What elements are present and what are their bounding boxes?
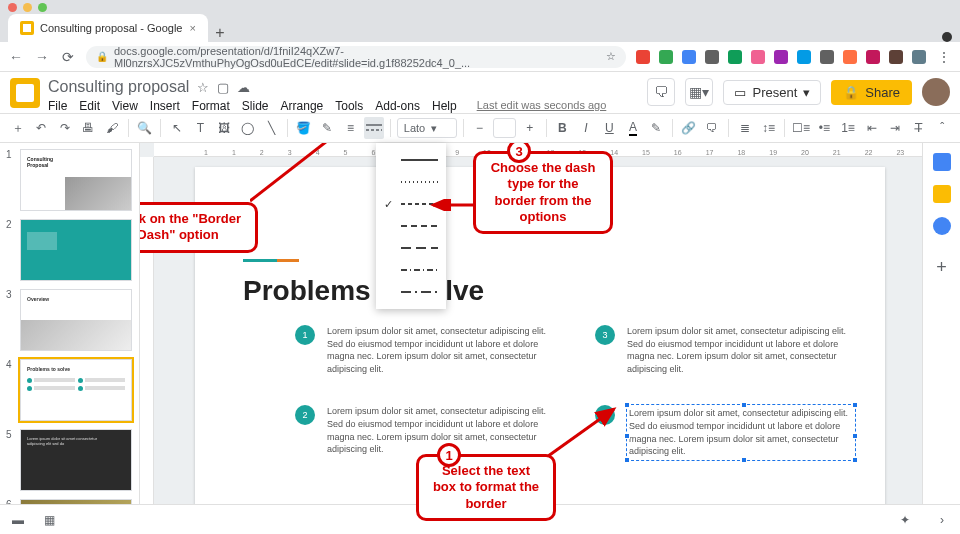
- print-button[interactable]: 🖶: [79, 117, 99, 139]
- textbox-tool[interactable]: T: [191, 117, 211, 139]
- new-slide-button[interactable]: ＋: [8, 117, 28, 139]
- filmstrip[interactable]: 1ConsultingProposal23Overview4Problems t…: [0, 143, 140, 529]
- border-color-button[interactable]: ✎: [317, 117, 337, 139]
- increase-font-button[interactable]: +: [520, 117, 540, 139]
- dash-option-dash[interactable]: [376, 215, 446, 237]
- extension-icon[interactable]: [889, 50, 903, 64]
- cloud-status-icon[interactable]: ☁: [237, 80, 250, 95]
- hide-sidepanel-icon[interactable]: ›: [940, 513, 944, 527]
- highlight-button[interactable]: ✎: [647, 117, 667, 139]
- account-avatar[interactable]: [922, 78, 950, 106]
- last-edit-text[interactable]: Last edit was seconds ago: [477, 99, 607, 113]
- insert-comment-button[interactable]: 🗨: [703, 117, 723, 139]
- italic-button[interactable]: I: [576, 117, 596, 139]
- paint-format-button[interactable]: 🖌: [102, 117, 122, 139]
- browser-tab[interactable]: Consulting proposal - Google ×: [8, 14, 208, 42]
- star-doc-icon[interactable]: ☆: [197, 80, 209, 95]
- clear-formatting-button[interactable]: T̶: [909, 117, 929, 139]
- slideshow-dropdown[interactable]: ▦▾: [685, 78, 713, 106]
- font-family-select[interactable]: Lato ▾: [397, 118, 457, 138]
- menu-slide[interactable]: Slide: [242, 99, 269, 113]
- extension-icon[interactable]: [705, 50, 719, 64]
- slide-thumbnail-2[interactable]: [20, 219, 132, 281]
- extension-icon[interactable]: [797, 50, 811, 64]
- menu-view[interactable]: View: [112, 99, 138, 113]
- reload-button[interactable]: ⟳: [60, 49, 76, 65]
- doc-title[interactable]: Consulting proposal: [48, 78, 189, 96]
- dash-option-dash-long[interactable]: [376, 237, 446, 259]
- decrease-font-button[interactable]: −: [470, 117, 490, 139]
- keep-addon-icon[interactable]: [933, 185, 951, 203]
- menu-edit[interactable]: Edit: [79, 99, 100, 113]
- forward-button[interactable]: →: [34, 49, 50, 65]
- back-button[interactable]: ←: [8, 49, 24, 65]
- address-bar[interactable]: 🔒 docs.google.com/presentation/d/1fniI24…: [86, 46, 626, 68]
- redo-button[interactable]: ↷: [55, 117, 75, 139]
- item-text[interactable]: Lorem ipsum dolor sit amet, consectetur …: [627, 325, 855, 375]
- collapse-toolbar-button[interactable]: ˆ: [932, 117, 952, 139]
- new-tab-button[interactable]: +: [208, 24, 232, 42]
- slide-thumbnail-3[interactable]: Overview: [20, 289, 132, 351]
- extension-icon[interactable]: [751, 50, 765, 64]
- underline-button[interactable]: U: [600, 117, 620, 139]
- bulleted-list-button[interactable]: •≡: [815, 117, 835, 139]
- grid-view-icon[interactable]: ▦: [44, 513, 55, 527]
- menu-add-ons[interactable]: Add-ons: [375, 99, 420, 113]
- calendar-addon-icon[interactable]: [933, 153, 951, 171]
- item-text[interactable]: Lorem ipsum dolor sit amet, consectetur …: [327, 325, 555, 375]
- slide-thumbnail-5[interactable]: Lorem ipsum dolor sit amet consecteturad…: [20, 429, 132, 491]
- line-tool[interactable]: ╲: [261, 117, 281, 139]
- slides-logo-icon[interactable]: [10, 78, 40, 108]
- extension-icon[interactable]: [912, 50, 926, 64]
- extension-icon[interactable]: [728, 50, 742, 64]
- font-size-field[interactable]: [493, 118, 516, 138]
- filmstrip-view-icon[interactable]: ▬: [12, 513, 24, 527]
- extension-icon[interactable]: [843, 50, 857, 64]
- dash-option-dash-dot[interactable]: [376, 259, 446, 281]
- dash-option-solid[interactable]: [376, 149, 446, 171]
- image-tool[interactable]: 🖼: [214, 117, 234, 139]
- extension-icon[interactable]: [866, 50, 880, 64]
- indent-decrease-button[interactable]: ⇤: [862, 117, 882, 139]
- border-dash-button[interactable]: [364, 117, 384, 139]
- extension-icon[interactable]: [820, 50, 834, 64]
- minimize-window-icon[interactable]: [23, 3, 32, 12]
- move-doc-icon[interactable]: ▢: [217, 80, 229, 95]
- menu-help[interactable]: Help: [432, 99, 457, 113]
- slide-title[interactable]: Problems to solve: [243, 275, 484, 307]
- slide-thumbnail-1[interactable]: ConsultingProposal: [20, 149, 132, 211]
- content-item-2[interactable]: 2Lorem ipsum dolor sit amet, consectetur…: [295, 405, 555, 459]
- fill-color-button[interactable]: 🪣: [294, 117, 314, 139]
- menu-format[interactable]: Format: [192, 99, 230, 113]
- text-color-button[interactable]: A: [623, 117, 643, 139]
- indent-increase-button[interactable]: ⇥: [885, 117, 905, 139]
- comments-button[interactable]: 🗨: [647, 78, 675, 106]
- extension-icon[interactable]: [774, 50, 788, 64]
- maximize-window-icon[interactable]: [38, 3, 47, 12]
- content-item-4[interactable]: 4Lorem ipsum dolor sit amet, consectetur…: [595, 405, 855, 459]
- border-weight-button[interactable]: ≡: [341, 117, 361, 139]
- insert-link-button[interactable]: 🔗: [679, 117, 699, 139]
- line-spacing-button[interactable]: ↕≡: [759, 117, 779, 139]
- extension-icon[interactable]: [682, 50, 696, 64]
- undo-button[interactable]: ↶: [32, 117, 52, 139]
- tasks-addon-icon[interactable]: [933, 217, 951, 235]
- bold-button[interactable]: B: [553, 117, 573, 139]
- zoom-button[interactable]: 🔍: [135, 117, 155, 139]
- shape-tool[interactable]: ◯: [238, 117, 258, 139]
- numbered-list-button[interactable]: 1≡: [838, 117, 858, 139]
- menu-insert[interactable]: Insert: [150, 99, 180, 113]
- share-button[interactable]: 🔒 Share: [831, 80, 912, 105]
- dash-option-dash-short[interactable]: ✓: [376, 193, 446, 215]
- content-item-3[interactable]: 3Lorem ipsum dolor sit amet, consectetur…: [595, 325, 855, 375]
- checklist-button[interactable]: ☐≡: [791, 117, 811, 139]
- dash-option-dotted[interactable]: [376, 171, 446, 193]
- dash-option-dash-dot-long[interactable]: [376, 281, 446, 303]
- item-text[interactable]: Lorem ipsum dolor sit amet, consectetur …: [627, 405, 855, 459]
- present-button[interactable]: ▭ Present ▾: [723, 80, 821, 105]
- extension-icon[interactable]: [659, 50, 673, 64]
- add-addon-button[interactable]: +: [936, 257, 947, 278]
- star-icon[interactable]: ☆: [606, 50, 616, 63]
- slide-thumbnail-4[interactable]: Problems to solve: [20, 359, 132, 421]
- menu-file[interactable]: File: [48, 99, 67, 113]
